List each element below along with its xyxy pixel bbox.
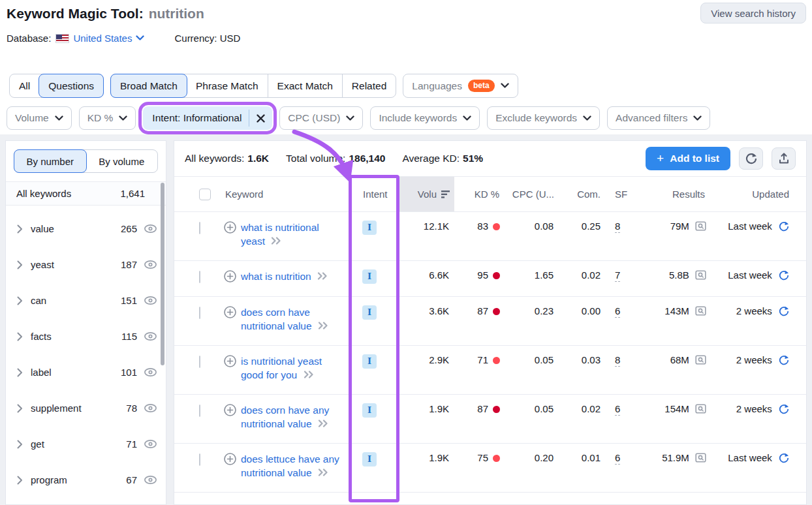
- tab-all[interactable]: All: [10, 74, 39, 97]
- group-row[interactable]: can 151: [6, 283, 166, 318]
- advanced-filters[interactable]: Advanced filters: [607, 106, 710, 130]
- eye-icon[interactable]: [144, 475, 157, 485]
- tab-broad-match[interactable]: Broad Match: [110, 74, 187, 98]
- open-keyword-icon[interactable]: [317, 272, 328, 280]
- group-row[interactable]: facts 115: [6, 318, 166, 354]
- intent-filter-chip[interactable]: Intent: Informational: [143, 106, 272, 130]
- column-header-results[interactable]: Results: [627, 177, 708, 211]
- sf-value[interactable]: 6: [615, 452, 620, 465]
- sf-value[interactable]: 7: [615, 269, 620, 282]
- refresh-keyword-icon[interactable]: [779, 453, 789, 463]
- group-row[interactable]: yeast 187: [6, 247, 166, 283]
- refresh-keyword-icon[interactable]: [779, 270, 789, 281]
- column-header-cpc[interactable]: CPC (U...: [503, 177, 556, 211]
- open-keyword-icon[interactable]: [304, 371, 314, 378]
- row-checkbox[interactable]: [199, 271, 200, 283]
- open-keyword-icon[interactable]: [318, 322, 328, 329]
- open-keyword-icon[interactable]: [318, 468, 328, 476]
- sf-value[interactable]: 8: [615, 354, 620, 367]
- tab-phrase-match[interactable]: Phrase Match: [187, 74, 268, 97]
- group-row[interactable]: label 101: [6, 354, 166, 390]
- keyword-link[interactable]: does corn have nutritional value: [241, 307, 312, 331]
- database-selector[interactable]: United States: [55, 33, 144, 44]
- open-keyword-icon[interactable]: [318, 420, 328, 427]
- eye-icon[interactable]: [144, 331, 157, 341]
- group-label: label: [31, 367, 52, 378]
- refresh-keyword-icon[interactable]: [779, 306, 789, 316]
- select-all-checkbox[interactable]: [199, 189, 211, 200]
- refresh-keyword-icon[interactable]: [779, 355, 789, 365]
- export-button[interactable]: [772, 147, 796, 170]
- group-label: supplement: [31, 403, 82, 414]
- add-keyword-icon[interactable]: [224, 355, 236, 367]
- tab-questions[interactable]: Questions: [39, 74, 104, 98]
- refresh-button[interactable]: [739, 147, 763, 170]
- cpc-filter[interactable]: CPC (USD): [279, 106, 363, 130]
- sidebar-sort-toggle: By number By volume: [14, 149, 158, 173]
- add-keyword-icon[interactable]: [224, 270, 236, 283]
- column-header-updated[interactable]: Updated: [708, 177, 806, 211]
- group-row[interactable]: program 67: [6, 462, 166, 498]
- view-search-history-button[interactable]: View search history: [700, 3, 806, 23]
- eye-icon[interactable]: [144, 367, 157, 377]
- add-keyword-icon[interactable]: [224, 306, 236, 318]
- group-row[interactable]: get 71: [6, 426, 166, 462]
- serp-preview-icon[interactable]: [695, 453, 706, 463]
- eye-icon[interactable]: [144, 260, 157, 269]
- group-count: 115: [121, 331, 137, 342]
- all-keywords-row[interactable]: All keywords 1,641: [6, 181, 166, 206]
- results-cell: 5.8B: [627, 261, 708, 293]
- row-checkbox[interactable]: [199, 405, 200, 417]
- exclude-keywords-filter[interactable]: Exclude keywords: [487, 106, 600, 130]
- eye-icon[interactable]: [144, 224, 157, 234]
- kd-filter[interactable]: KD %: [79, 106, 136, 130]
- column-header-kd[interactable]: KD %: [454, 177, 503, 211]
- match-tabs-row: All Questions Broad Match Phrase Match E…: [9, 74, 518, 98]
- serp-preview-icon[interactable]: [695, 355, 706, 365]
- keyword-cell: is nutritional yeast good for you: [216, 346, 349, 394]
- results-value: 68M: [670, 354, 689, 365]
- intent-badge: I: [362, 221, 377, 235]
- refresh-keyword-icon[interactable]: [779, 404, 789, 414]
- results-cell: 154M: [627, 395, 708, 427]
- serp-preview-icon[interactable]: [695, 270, 706, 280]
- keyword-link[interactable]: what is nutrition: [241, 271, 311, 282]
- include-keywords-filter[interactable]: Include keywords: [370, 106, 480, 130]
- group-row[interactable]: supplement 78: [6, 390, 166, 426]
- serp-preview-icon[interactable]: [695, 306, 706, 316]
- sidebar-scrollbar[interactable]: [161, 183, 164, 365]
- column-header-sf[interactable]: SF: [602, 177, 627, 211]
- chevron-down-icon: [346, 115, 354, 121]
- sf-value[interactable]: 6: [615, 305, 620, 318]
- serp-preview-icon[interactable]: [695, 221, 706, 231]
- column-header-intent[interactable]: Intent: [349, 177, 399, 211]
- row-checkbox[interactable]: [199, 356, 200, 368]
- serp-preview-icon[interactable]: [695, 404, 706, 414]
- eye-icon[interactable]: [144, 296, 157, 305]
- sf-value[interactable]: 8: [615, 221, 620, 233]
- column-header-keyword[interactable]: Keyword: [216, 177, 349, 211]
- refresh-keyword-icon[interactable]: [779, 221, 789, 232]
- tab-related[interactable]: Related: [342, 74, 396, 97]
- add-keyword-icon[interactable]: [224, 404, 236, 416]
- remove-intent-filter-button[interactable]: [249, 106, 272, 130]
- row-checkbox[interactable]: [199, 453, 200, 466]
- volume-filter[interactable]: Volume: [7, 106, 72, 130]
- eye-icon[interactable]: [144, 403, 157, 413]
- group-row[interactable]: value 265: [6, 211, 166, 247]
- languages-dropdown[interactable]: Languages beta: [403, 74, 518, 98]
- add-keyword-icon[interactable]: [224, 453, 236, 465]
- tab-exact-match[interactable]: Exact Match: [268, 74, 342, 97]
- by-volume-toggle[interactable]: By volume: [86, 150, 158, 172]
- add-to-list-button[interactable]: + Add to list: [646, 147, 730, 170]
- open-keyword-icon[interactable]: [271, 237, 281, 245]
- by-number-toggle[interactable]: By number: [14, 149, 87, 173]
- eye-icon[interactable]: [144, 439, 157, 449]
- sf-value[interactable]: 6: [615, 403, 620, 416]
- row-checkbox[interactable]: [199, 307, 200, 319]
- column-header-volume[interactable]: Volu: [399, 177, 454, 211]
- add-keyword-icon[interactable]: [224, 221, 236, 234]
- keyword-link[interactable]: does corn have any nutritional value: [241, 405, 329, 429]
- column-header-com[interactable]: Com.: [556, 177, 602, 211]
- row-checkbox[interactable]: [199, 222, 200, 234]
